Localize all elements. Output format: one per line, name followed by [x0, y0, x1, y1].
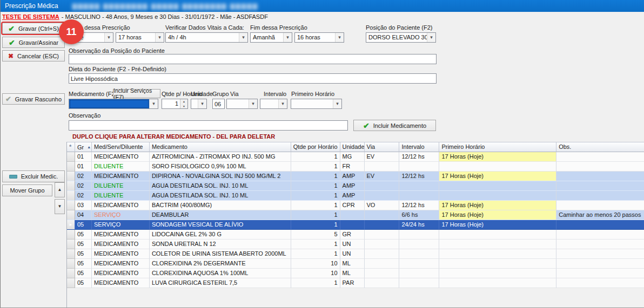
grid-row[interactable]: 03MEDICAMENTOBACTRIM (400/80MG)1CPRVO12/… [67, 201, 644, 210]
row-selector[interactable] [67, 172, 75, 181]
cell-intervalo [399, 269, 439, 278]
vitals-interval-select[interactable]: 4h / 4h ▾ [165, 32, 248, 43]
row-selector[interactable] [67, 201, 75, 210]
cell-medicamento: LIDOCAINA GEL 2% 30 G [150, 230, 291, 239]
interval-select[interactable]: ▾ [260, 99, 287, 109]
diet-input[interactable] [69, 73, 437, 84]
end-time-select[interactable]: 16 horas ▾ [294, 32, 344, 43]
cell-qtde: 1 [291, 172, 340, 181]
grid-row[interactable]: 05MEDICAMENTOCLOREXIDINA 2% DEGERMANTE10… [67, 259, 644, 269]
column-header-intervalo[interactable]: Intervalo [399, 142, 439, 152]
move-group-down-button[interactable]: ▼ [55, 199, 65, 214]
column-header-qtde[interactable]: Qtde por Horário [291, 142, 340, 152]
observation-input[interactable] [69, 120, 348, 131]
cell-gr: 02 [75, 172, 92, 181]
row-selector[interactable]: ▸ [67, 220, 75, 230]
grid-row[interactable]: ▸05SERVIÇOSONDAGEM VESICAL DE ALÍVIO124/… [67, 220, 644, 230]
delete-medication-button[interactable]: Excluir Medic. [2, 170, 65, 182]
cell-unidade: AMP [340, 191, 365, 201]
cancel-button[interactable]: ✖ Cancelar (ESC) [2, 50, 65, 61]
grid-row[interactable]: 05MEDICAMENTOLUVA CIRURGICA ESTERIL 7,51… [67, 278, 644, 288]
cell-tipo: MEDICAMENTO [92, 172, 150, 181]
row-selector[interactable] [67, 249, 75, 259]
move-group-label: Mover Grupo [10, 187, 44, 194]
cancel-button-label: Cancelar (ESC) [17, 53, 59, 59]
move-group-button[interactable]: Mover Grupo [2, 184, 52, 196]
column-header-gr[interactable]: Gr▲ [75, 142, 92, 152]
minus-icon [9, 175, 17, 179]
via-select[interactable]: ▾ [226, 99, 258, 109]
window-title: Prescrição Médica [1, 2, 58, 10]
save-draft-button[interactable]: ✔ Gravar Rascunho [2, 93, 65, 105]
row-selector[interactable] [67, 278, 75, 288]
start-time-value: 17 horas [116, 33, 155, 42]
cell-via [365, 259, 400, 269]
include-services-button[interactable]: Incluir Serviços (F7) [113, 89, 160, 98]
row-selector[interactable] [67, 162, 75, 172]
cell-unidade [340, 220, 365, 230]
cell-intervalo [399, 249, 439, 259]
cell-medicamento: AGUA DESTILADA SOL. INJ. 10 ML [150, 181, 291, 191]
stepper-down-icon[interactable]: ▼ [180, 104, 187, 109]
chevron-down-icon: ▾ [283, 33, 292, 42]
row-selector[interactable] [67, 191, 75, 201]
grid-row[interactable]: 05MEDICAMENTOCOLETOR DE URINA SISTEMA AB… [67, 249, 644, 259]
cell-intervalo: 24/24 hs [399, 220, 439, 230]
cell-via [365, 220, 400, 230]
cell-primeiro-horario [439, 269, 556, 278]
save-sign-button[interactable]: ✔ Gravar/Assinar [2, 37, 65, 48]
observation-label: Observação [69, 112, 100, 119]
medication-select[interactable]: ▾ [69, 99, 158, 109]
end-day-select[interactable]: Amanhã ▾ [250, 32, 292, 43]
save-button[interactable]: ✔ Gravar (Ctrl+S) [2, 23, 65, 34]
patient-header: TESTE DE SISTEMA - MASCULINO - 48 Anos, … [1, 12, 644, 21]
cell-tipo: DILUENTE [92, 181, 150, 191]
cell-tipo: DILUENTE [92, 162, 150, 172]
grid-row[interactable]: 05MEDICAMENTOSONDA URETRAL N 121UN [67, 239, 644, 249]
grid-row[interactable]: 05MEDICAMENTOCLOREXIDINA AQUOSA 1% 100ML… [67, 269, 644, 278]
group-label: Grupo [212, 91, 229, 97]
unit-select[interactable]: ▾ [191, 99, 207, 109]
column-header-unidade[interactable]: Unidade [340, 142, 365, 152]
chevron-down-icon: ▾ [333, 99, 341, 108]
move-group-up-button[interactable]: ▲ [55, 182, 65, 197]
first-time-select[interactable]: ▾ [291, 99, 342, 109]
start-time-select[interactable]: 17 horas ▾ [116, 32, 164, 43]
grid-row[interactable]: 02DILUENTEAGUA DESTILADA SOL. INJ. 10 ML… [67, 181, 644, 191]
column-header-via[interactable]: Via [365, 142, 400, 152]
grid-row[interactable]: 02MEDICAMENTODIPIRONA - NOVALGINA SOL IN… [67, 172, 644, 181]
grid-row[interactable]: 01MEDICAMENTOAZITROMICINA - ZITROMAX PO … [67, 152, 644, 162]
interval-value [260, 99, 278, 108]
row-selector[interactable] [67, 239, 75, 249]
column-header-tipo[interactable]: Med/Serv/Diluente [92, 142, 150, 152]
title-bar[interactable]: Prescrição Médica ▇▇▇▇▇ ▇▇▇▇▇▇▇▇ ▇▇▇▇▇ ▇… [1, 0, 644, 12]
group-input[interactable] [212, 99, 225, 109]
stepper-up-icon[interactable]: ▲ [180, 99, 187, 104]
cell-primeiro-horario: 17 Horas (Hoje) [439, 201, 556, 210]
row-selector[interactable] [67, 181, 75, 191]
column-header-medicamento[interactable]: Medicamento [150, 142, 291, 152]
grid-corner-asterisk-icon[interactable]: * [67, 142, 75, 152]
patient-position-select[interactable]: DORSO ELEVADO 30 G ▾ [366, 32, 436, 43]
cell-obs [556, 191, 644, 201]
grid-row[interactable]: 04SERVIÇODEAMBULAR16/6 hs17 Horas (Hoje)… [67, 210, 644, 220]
grid-row[interactable]: 01DILUENTESORO FISIOLOGICO 0,9% 100 ML1F… [67, 162, 644, 172]
cell-primeiro-horario [439, 191, 556, 201]
column-header-obs[interactable]: Obs. [556, 142, 644, 152]
vitals-interval-value: 4h / 4h [166, 33, 239, 42]
grid-row[interactable]: 02DILUENTEAGUA DESTILADA SOL. INJ. 10 ML… [67, 191, 644, 201]
grid-row[interactable]: 05MEDICAMENTOLIDOCAINA GEL 2% 30 G5GR [67, 230, 644, 239]
row-selector[interactable] [67, 210, 75, 220]
row-selector[interactable] [67, 269, 75, 278]
position-observation-input[interactable] [69, 54, 437, 64]
cell-gr: 02 [75, 181, 92, 191]
cell-primeiro-horario: 17 Horas (Hoje) [439, 220, 556, 230]
cell-unidade: FR [340, 162, 365, 172]
cell-obs [556, 239, 644, 249]
row-selector[interactable] [67, 230, 75, 239]
quantity-stepper[interactable]: 1 ▲ ▼ [162, 99, 188, 109]
column-header-primeiro-horario[interactable]: Primeiro Horário [439, 142, 556, 152]
row-selector[interactable] [67, 152, 75, 162]
row-selector[interactable] [67, 259, 75, 269]
include-medication-button[interactable]: ✔ Incluir Medicamento [353, 120, 436, 131]
